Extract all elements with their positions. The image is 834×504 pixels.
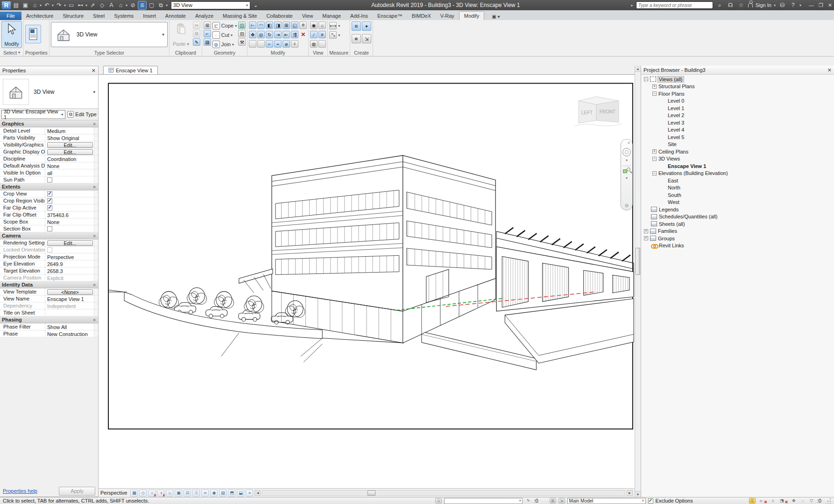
unpin-icon[interactable]: ⍬ [299, 21, 307, 29]
project-browser-header[interactable]: Project Browser - Building3 ✕ [641, 66, 834, 75]
cutaway-icon[interactable]: ⌂ [318, 21, 326, 29]
unlocked-view-icon[interactable]: ⚿ [192, 490, 200, 497]
tree-item-level-2[interactable]: Level 2 [641, 112, 834, 119]
default-3d-view-caret-icon[interactable]: ▾ [126, 3, 127, 7]
prop-row-visibility-graphics[interactable]: Visibility/Graphics ...Edit... [0, 141, 98, 148]
sync-icon[interactable]: ⌂ [31, 1, 39, 9]
tab-massing-site[interactable]: Massing & Site [218, 12, 262, 20]
tree-item-site[interactable]: Site [641, 141, 834, 148]
tree-item-west[interactable]: West [641, 199, 834, 206]
section-identity-data[interactable]: Identity Data« [0, 281, 98, 288]
hide-in-view-icon[interactable]: ◍ [310, 40, 318, 48]
sun-path-checkbox[interactable] [47, 177, 52, 182]
show-rendering-dialog-icon[interactable]: ♨ [166, 490, 173, 497]
visibility-graphics-edit-button[interactable]: Edit... [47, 142, 93, 148]
temporary-view-properties-icon[interactable]: ▤ [219, 490, 226, 497]
select-by-face-icon[interactable]: ⬔ [778, 498, 785, 504]
selection-filter-icon[interactable]: ▽ [808, 498, 815, 504]
expand-expander[interactable]: + [644, 236, 648, 240]
visual-style-icon[interactable]: ◇ [139, 490, 147, 497]
beam-cope-icon[interactable]: ⌐ [204, 30, 211, 37]
steering-wheel-icon[interactable] [622, 148, 631, 156]
copy-icon[interactable]: ◎ [257, 31, 265, 38]
measure-icon[interactable]: ⊷ [77, 1, 85, 9]
graphic-display-edit-button[interactable]: Edit... [47, 149, 93, 155]
instance-selector-combo[interactable]: 3D View: Enscape View 1▾ [1, 110, 65, 119]
measure-caret-icon[interactable]: ▾ [85, 3, 87, 7]
trim-extend-corner-icon[interactable]: ⌐ [266, 40, 273, 48]
prop-row-eye-elevation[interactable]: Eye Elevation2649.9 [0, 260, 98, 267]
help-icon[interactable]: ? [789, 1, 797, 9]
highlight-displacement-icon[interactable]: ⬓ [237, 490, 244, 497]
tab-annotate[interactable]: Annotate [161, 12, 191, 20]
section-extents[interactable]: Extents« [0, 183, 98, 190]
revit-logo[interactable]: R [2, 1, 11, 9]
minimize-button[interactable]: — [809, 2, 814, 8]
measure-between-refs-button[interactable]: ⟷▾ [329, 21, 340, 30]
hscroll-left-arrow[interactable]: ◂ [254, 490, 261, 496]
prop-row-far-clip-offset[interactable]: Far Clip Offset375463.6 [0, 211, 98, 218]
properties-close-icon[interactable]: ✕ [92, 68, 96, 74]
tree-item-level-5[interactable]: Level 5 [641, 133, 834, 141]
create-similar-icon[interactable]: ✦ [362, 21, 371, 31]
communication-center-icon[interactable]: ☊ [727, 1, 735, 9]
cut-button[interactable]: ◌Cut▾ [212, 31, 237, 39]
mirror-draw-axis-icon[interactable]: ◨ [274, 21, 282, 29]
tree-item-3d-views[interactable]: −3D Views [641, 155, 834, 163]
tree-item-level-3[interactable]: Level 3 [641, 119, 834, 126]
tree-item-ceiling-plans[interactable]: +Ceiling Plans [641, 148, 834, 155]
tree-item-level-4[interactable]: Level 4 [641, 126, 834, 134]
tab-add-ins[interactable]: Add-Ins [346, 12, 373, 20]
tab-structure[interactable]: Structure [58, 12, 88, 20]
trim-single-icon[interactable]: ⇤ [283, 31, 290, 38]
tab-analyze[interactable]: Analyze [191, 12, 218, 20]
vscroll-track[interactable] [635, 72, 641, 491]
infocenter-collapse-icon[interactable]: ▸ [631, 3, 633, 7]
prop-row-far-clip-active[interactable]: Far Clip Active [0, 204, 98, 211]
copy-to-clipboard-icon[interactable]: ⧉ [193, 30, 200, 37]
shadows-off-icon[interactable]: ◑x [157, 490, 164, 497]
pin-icon[interactable]: ⍭ [291, 40, 298, 48]
design-options-icon[interactable]: ⊞ [550, 498, 556, 504]
project-browser-close-icon[interactable]: ✕ [827, 67, 832, 73]
tree-item-sheets[interactable]: Sheets (all) [641, 220, 834, 228]
properties-palette-button[interactable] [25, 25, 41, 43]
vscroll-down-arrow[interactable]: ▾ [635, 491, 641, 497]
ribbon-display-toggle-icon[interactable]: ▣ ▾ [488, 13, 503, 20]
match-type-icon[interactable]: ✎ [193, 38, 200, 46]
expand-expander[interactable]: + [644, 229, 648, 233]
measure-along-element-button[interactable]: ⤡▾ [329, 31, 340, 39]
tree-item-views-all[interactable]: −Views (all) [641, 76, 834, 83]
expand-expander[interactable]: + [652, 149, 657, 154]
vertical-scrollbar[interactable]: ▴ ▾ [635, 66, 641, 497]
viewcube-front-face[interactable]: FRONT [600, 109, 615, 114]
tab-insert[interactable]: Insert [138, 12, 161, 20]
section-box-checkbox[interactable] [47, 226, 52, 231]
prop-row-phase[interactable]: PhaseNew Construction [0, 330, 98, 337]
thin-lines-icon[interactable]: ≣ [138, 1, 146, 9]
sign-in-link[interactable]: Sign In [756, 2, 771, 8]
split-element-icon[interactable]: ⌁ [274, 40, 282, 48]
switch-windows-icon[interactable]: ⧉ [157, 1, 165, 9]
tab-steel[interactable]: Steel [88, 12, 109, 20]
vscroll-thumb[interactable] [636, 248, 640, 275]
search-icon[interactable]: ⌕ [716, 1, 724, 9]
tree-item-elevations[interactable]: −Elevations (Building Elevation) [641, 170, 834, 177]
prop-row-crop-region-visible[interactable]: Crop Region Visible [0, 197, 98, 204]
offset-icon[interactable]: ◠ [257, 21, 265, 29]
type-preview[interactable]: 3D View ▾ [0, 75, 98, 109]
select-panel-label[interactable]: Select▾ [1, 49, 22, 56]
mirror-pick-axis-icon[interactable]: ◧ [266, 21, 273, 29]
prop-row-rendering-settings[interactable]: Rendering SettingsEdit... [0, 239, 98, 246]
search-input[interactable] [636, 1, 713, 9]
hscroll-thumb[interactable] [368, 490, 375, 496]
redo-icon[interactable]: ↷ [55, 1, 63, 9]
view-template-button[interactable]: <None> [47, 289, 93, 295]
tab-collaborate[interactable]: Collaborate [262, 12, 297, 20]
tree-item-schedules[interactable]: Schedules/Quantities (all) [641, 213, 834, 221]
prop-row-crop-view[interactable]: Crop View [0, 190, 98, 197]
prop-row-view-name[interactable]: View NameEnscape View 1 [0, 295, 98, 302]
select-links-icon[interactable]: ⌯ [758, 498, 764, 504]
prop-row-section-box[interactable]: Section Box [0, 225, 98, 232]
prop-row-detail-level[interactable]: Detail LevelMedium [0, 127, 98, 134]
